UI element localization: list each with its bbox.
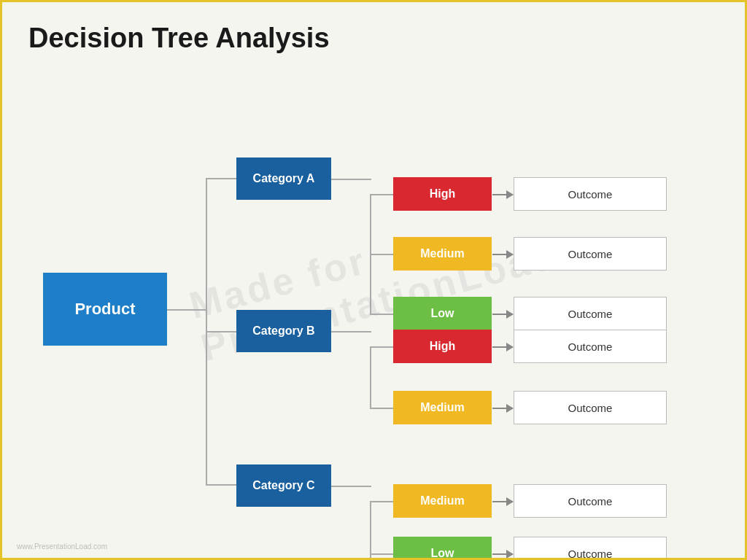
- footnote: www.PresentationLoad.com: [17, 542, 107, 551]
- hline-cat-b-right: [331, 331, 371, 332]
- outcome-b2: Outcome: [514, 391, 667, 424]
- vline-b: [370, 346, 371, 408]
- outcome-a3: Outcome: [514, 297, 667, 330]
- outcome-a2: Outcome: [514, 237, 667, 271]
- level-b-high: High: [393, 330, 492, 363]
- level-a-medium: Medium: [393, 237, 492, 271]
- hline-cat-c: [206, 484, 236, 486]
- outcome-a1: Outcome: [514, 177, 667, 211]
- hline-a1: [370, 194, 393, 195]
- arrow-b2: [492, 408, 513, 409]
- level-b-medium: Medium: [393, 391, 492, 424]
- category-b-node: Category B: [236, 310, 331, 352]
- tree-layout: Product Category A Category B Category C: [28, 76, 729, 557]
- arrow-a2: [492, 254, 513, 255]
- hline-root: [167, 309, 207, 311]
- category-b-label: Category B: [252, 324, 314, 338]
- hline-cat-b: [206, 331, 236, 332]
- hline-cat-a: [206, 178, 236, 179]
- hline-cat-c-right: [331, 486, 371, 487]
- category-c-node: Category C: [236, 464, 331, 507]
- arrow-b1: [492, 346, 513, 348]
- hline-c2: [370, 553, 393, 555]
- outcome-c2: Outcome: [514, 537, 667, 560]
- category-a-node: Category A: [236, 158, 331, 200]
- page: Decision Tree Analysis Made forPresentat…: [2, 2, 745, 558]
- arrow-a1: [492, 194, 513, 195]
- hline-c1: [370, 501, 393, 502]
- hline-cat-a-right: [331, 179, 371, 180]
- level-c-medium: Medium: [393, 484, 492, 518]
- level-a-high: High: [393, 177, 492, 211]
- hline-b1: [370, 346, 393, 348]
- vline-c: [370, 501, 371, 560]
- hline-b2: [370, 408, 393, 409]
- arrow-c1: [492, 501, 513, 502]
- arrow-a3: [492, 314, 513, 315]
- page-title: Decision Tree Analysis: [28, 23, 719, 54]
- level-c-low: Low: [393, 537, 492, 560]
- root-label: Product: [74, 300, 135, 319]
- category-a-label: Category A: [253, 172, 315, 185]
- hline-a3: [370, 314, 393, 315]
- arrow-c2: [492, 553, 513, 555]
- category-c-label: Category C: [252, 479, 314, 492]
- root-node: Product: [43, 273, 167, 346]
- level-a-low: Low: [393, 297, 492, 330]
- hline-a2: [370, 254, 393, 255]
- outcome-b1: Outcome: [514, 330, 667, 363]
- outcome-c1: Outcome: [514, 484, 667, 518]
